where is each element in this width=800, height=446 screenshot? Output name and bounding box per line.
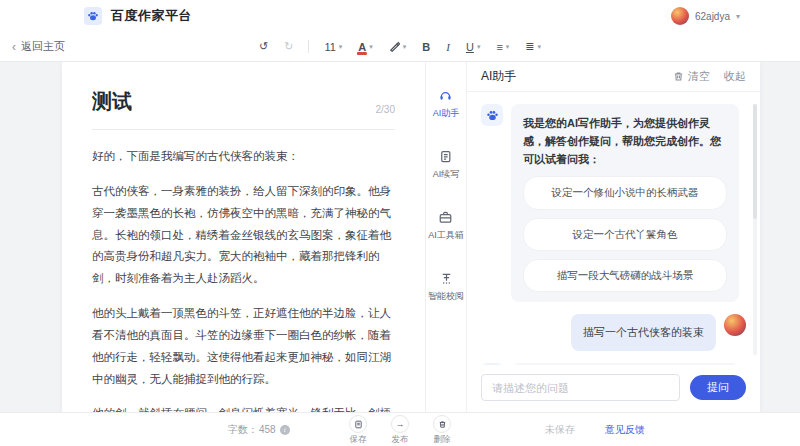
ai-assistant-panel: AI助手 清空 收起 [467,62,760,412]
account-menu[interactable]: 62ajdya ▾ [671,7,740,25]
nav-item-smart-proofread[interactable]: 智能校阅 [428,271,464,303]
ai-message-bubble: 好的，下面是我编写的古代侠客的装束： 古代的侠客，一身素雅的装扮，给人留下深刻的… [511,363,739,366]
suggestion-button[interactable]: 设定一个古代丫鬟角色 [523,218,727,251]
word-count-value: 458 [259,424,276,435]
chevron-left-icon: ‹ [12,40,16,54]
format-toolbar: ↺ ↻ 11▾ A▾ ▾ B I U▾ ≡▾ ≣▾ [254,32,546,61]
list-button[interactable]: ≣▾ [520,37,546,56]
trash-icon [673,71,684,82]
text-color-button[interactable]: A▾ [353,38,377,56]
back-home-link[interactable]: ‹ 返回主页 [12,39,65,54]
publish-label: 发布 [392,434,409,446]
ai-panel-header: AI助手 清空 收起 [467,62,760,92]
app-title: 百度作家平台 [111,7,192,25]
bot-avatar-icon [481,104,503,126]
nav-label: AI工具箱 [428,229,464,242]
word-count: 字数：458 i [228,423,290,437]
user-message-bubble: 描写一个古代侠客的装束 [571,314,716,350]
chevron-down-icon: ▾ [477,43,481,51]
baidu-paw-logo-icon [84,7,102,25]
undo-icon: ↺ [259,40,268,53]
info-icon: i [280,425,290,435]
ai-nav-rail: AI助手 AI续写 AI工具箱 智能校阅 [425,62,467,412]
app-header: 百度作家平台 62ajdya ▾ [0,0,800,32]
suggestion-list: 设定一个修仙小说中的长柄武器设定一个古代丫鬟角色描写一段大气磅礴的战斗场景 [523,176,727,292]
chevron-down-icon: ▾ [339,43,343,51]
doc-title-input[interactable]: 测试 [92,88,132,115]
bold-button[interactable]: B [417,38,435,56]
collapse-panel-button[interactable]: 收起 [724,69,746,84]
chevron-down-icon: ▾ [403,43,407,51]
user-message: 描写一个古代侠客的装束 [481,314,746,350]
delete-label: 删除 [434,434,451,446]
underline-icon: U [466,41,474,53]
ask-row: 提问 [467,365,760,412]
delete-button[interactable]: 删除 [433,415,451,446]
doc-paragraph: 古代的侠客，一身素雅的装扮，给人留下深刻的印象。他身穿一袭墨黑色的长袍，仿佛夜空… [92,181,395,290]
title-char-counter: 2/30 [376,104,395,115]
ask-button[interactable]: 提问 [690,375,746,400]
chat-scrollbar[interactable] [753,104,757,355]
bot-avatar-icon [481,363,503,366]
ai-message-bubble: 我是您的AI写作助手，为您提供创作灵感，解答创作疑问，帮助您完成创作。您可以试着… [511,104,739,302]
chevron-down-icon: ▾ [736,12,740,21]
list-icon: ≣ [525,40,534,53]
back-home-label: 返回主页 [21,39,65,54]
clear-chat-label: 清空 [688,69,710,84]
main-area: 测试 2/30 好的，下面是我编写的古代侠客的装束：古代的侠客，一身素雅的装扮，… [0,62,800,412]
font-size-select[interactable]: 11▾ [319,38,347,56]
ai-panel-title: AI助手 [481,68,516,85]
document-editor[interactable]: 测试 2/30 好的，下面是我编写的古代侠客的装束：古代的侠客，一身素雅的装扮，… [62,62,425,412]
save-button[interactable]: 保存 [349,415,367,446]
doc-paragraph: 他的头上戴着一顶黑色的斗笠，正好遮住他的半边脸，让人看不清他的真面目。斗笠的边缘… [92,303,395,390]
user-avatar [724,314,746,336]
highlight-color-button[interactable]: ▾ [384,38,412,55]
nav-item-ai-continue[interactable]: AI续写 [433,149,460,181]
nav-item-ai-toolbox[interactable]: AI工具箱 [428,210,464,242]
doc-paragraph: 他的剑，就斜插在腰间。剑身闪烁着寒光，锋利无比。剑柄上，裹着精致的黑色鲨鱼皮，上… [92,403,395,412]
align-button[interactable]: ≡▾ [491,38,514,56]
delete-trash-icon [438,420,447,429]
question-input[interactable] [481,374,680,401]
ai-message: 我是您的AI写作助手，为您提供创作灵感，解答创作疑问，帮助您完成创作。您可以试着… [481,104,746,302]
clear-chat-button[interactable]: 清空 [673,69,710,84]
chevron-down-icon: ▾ [506,43,510,51]
doc-body[interactable]: 好的，下面是我编写的古代侠客的装束：古代的侠客，一身素雅的装扮，给人留下深刻的印… [92,146,395,412]
publish-button[interactable]: → 发布 [391,415,409,446]
feedback-link[interactable]: 意见反馈 [605,423,645,437]
workspace-card: 测试 2/30 好的，下面是我编写的古代侠客的装束：古代的侠客，一身素雅的装扮，… [62,62,760,412]
redo-button[interactable]: ↻ [279,37,298,56]
chat-area[interactable]: 我是您的AI写作助手，为您提供创作灵感，解答创作疑问，帮助您完成创作。您可以试着… [467,92,760,365]
nav-label: AI续写 [433,168,460,181]
username: 62ajdya [695,11,730,22]
suggestion-button[interactable]: 描写一段大气磅礴的战斗场景 [523,259,727,292]
save-doc-icon [354,420,363,429]
toolbox-icon [438,210,453,225]
footer-bar: 字数：458 i 保存 → 发布 删除 未保存 意见反馈 [0,412,800,446]
collapse-label: 收起 [724,69,746,84]
undo-button[interactable]: ↺ [254,37,273,56]
document-icon [438,149,453,164]
ai-message: 好的，下面是我编写的古代侠客的装束： 古代的侠客，一身素雅的装扮，给人留下深刻的… [481,363,746,366]
align-icon: ≡ [496,41,502,53]
text-color-icon: A [358,41,366,53]
title-divider [92,129,395,130]
italic-button[interactable]: I [441,38,455,56]
word-count-label: 字数： [228,423,258,437]
nav-item-ai-assistant[interactable]: AI助手 [433,88,460,120]
doc-actions: 保存 → 发布 删除 [349,415,451,446]
nav-label: 智能校阅 [428,290,464,303]
underline-button[interactable]: U▾ [461,38,485,56]
save-status: 未保存 [545,423,575,437]
chevron-down-icon: ▾ [369,43,373,51]
user-avatar [671,7,689,25]
spellcheck-icon [439,271,454,286]
headset-icon [438,88,453,103]
sub-toolbar: ‹ 返回主页 ↺ ↻ 11▾ A▾ ▾ B I U▾ ≡▾ ≣▾ [0,32,800,62]
chevron-down-icon: ▾ [538,43,542,51]
toolbar-divider [308,40,309,53]
nav-label: AI助手 [433,107,460,120]
brand: 百度作家平台 [84,7,192,25]
suggestion-button[interactable]: 设定一个修仙小说中的长柄武器 [523,176,727,209]
highlight-pen-icon [389,41,400,52]
